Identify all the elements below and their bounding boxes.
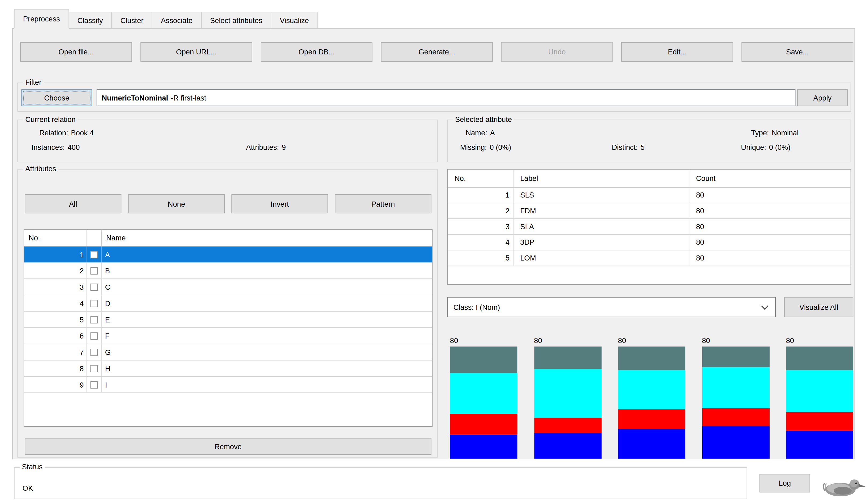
- undo-button[interactable]: Undo: [501, 42, 613, 62]
- stats-count: 80: [690, 219, 850, 234]
- bar-count-label: 80: [786, 336, 853, 347]
- bar-stack: [702, 347, 769, 459]
- attribute-checkbox[interactable]: [90, 348, 97, 356]
- tab-associate[interactable]: Associate: [152, 12, 202, 28]
- choose-filter-button[interactable]: Choose: [21, 89, 92, 106]
- attributes-table-body: 1A2B3C4D5E6F7G8H9I: [24, 247, 432, 393]
- stats-number: 4: [448, 235, 514, 250]
- attribute-row-f[interactable]: 6F: [24, 328, 432, 344]
- attribute-unique-value: 0 (0%): [769, 143, 790, 151]
- stats-number: 1: [448, 188, 514, 203]
- log-button[interactable]: Log: [760, 474, 810, 492]
- attribute-name: I: [102, 377, 432, 393]
- tab-bar: PreprocessClassifyClusterAssociateSelect…: [14, 9, 318, 28]
- all-button[interactable]: All: [25, 194, 121, 213]
- generate-button[interactable]: Generate...: [381, 42, 493, 62]
- attribute-checkbox-cell: [87, 344, 102, 360]
- attribute-row-g[interactable]: 7G: [24, 344, 432, 360]
- attribute-number: 1: [24, 247, 87, 262]
- save-button[interactable]: Save...: [742, 42, 853, 62]
- attribute-number: 4: [24, 295, 87, 311]
- attribute-number: 2: [24, 263, 87, 279]
- edit-button[interactable]: Edit...: [621, 42, 733, 62]
- attribute-row-i[interactable]: 9I: [24, 377, 432, 393]
- attribute-name-value: A: [490, 129, 495, 137]
- status-group: Status OK: [14, 467, 747, 499]
- weka-bird-icon: [822, 473, 866, 499]
- open-url-button[interactable]: Open URL...: [141, 42, 252, 62]
- open-db-button[interactable]: Open DB...: [261, 42, 372, 62]
- visualize-all-button[interactable]: Visualize All: [784, 297, 854, 317]
- pattern-button[interactable]: Pattern: [335, 194, 432, 213]
- stats-row-lom[interactable]: 5LOM80: [448, 250, 850, 266]
- attributes-count-value: 9: [282, 143, 286, 151]
- tab-visualize[interactable]: Visualize: [271, 12, 318, 28]
- bar-count-label: 80: [702, 336, 769, 347]
- stats-number: 5: [448, 250, 514, 265]
- attribute-checkbox[interactable]: [90, 251, 97, 258]
- tab-preprocess[interactable]: Preprocess: [14, 9, 69, 29]
- attributes-group: Attributes AllNoneInvertPattern No. Name…: [18, 169, 438, 458]
- attribute-name: H: [102, 360, 432, 376]
- bar-segment-red: [786, 412, 853, 431]
- attribute-missing-field: Missing:0 (0%): [460, 143, 512, 151]
- attribute-type-value: Nominal: [772, 129, 798, 137]
- filter-expression-field[interactable]: NumericToNominal -R first-last: [96, 89, 795, 106]
- tab-select-attributes[interactable]: Select attributes: [201, 12, 271, 28]
- class-selector-value: Class: I (Nom): [453, 303, 500, 311]
- attribute-row-d[interactable]: 4D: [24, 295, 432, 312]
- selected-attribute-title: Selected attribute: [453, 115, 514, 123]
- relation-field: Relation:Book 4: [39, 129, 94, 137]
- stats-row-sla[interactable]: 3SLA80: [448, 219, 850, 235]
- attribute-name: G: [102, 344, 432, 360]
- stats-row-fdm[interactable]: 2FDM80: [448, 203, 850, 219]
- attribute-checkbox-cell: [87, 247, 102, 262]
- attribute-number: 7: [24, 344, 87, 360]
- attribute-distinct-label: Distinct:: [612, 143, 638, 151]
- attribute-checkbox[interactable]: [90, 316, 97, 323]
- none-button[interactable]: None: [128, 194, 225, 213]
- bar-segment-blue: [450, 435, 517, 459]
- bar-segment-cyan: [450, 373, 517, 414]
- attribute-row-h[interactable]: 8H: [24, 360, 432, 377]
- attribute-row-e[interactable]: 5E: [24, 312, 432, 328]
- attribute-distinct-value: 5: [641, 143, 645, 151]
- tab-classify[interactable]: Classify: [69, 12, 112, 28]
- attributes-table: No. Name 1A2B3C4D5E6F7G8H9I: [24, 229, 433, 427]
- attributes-table-header: No. Name: [24, 230, 432, 247]
- bar-stack: [534, 347, 601, 459]
- attribute-checkbox[interactable]: [90, 332, 97, 339]
- attribute-checkbox[interactable]: [90, 381, 97, 388]
- attribute-checkbox[interactable]: [90, 267, 97, 274]
- open-file-button[interactable]: Open file...: [20, 42, 132, 62]
- stats-header-label: Label: [514, 170, 690, 187]
- attribute-name-label: Name:: [466, 129, 487, 137]
- class-selector-dropdown[interactable]: Class: I (Nom): [447, 297, 776, 317]
- attribute-checkbox[interactable]: [90, 283, 97, 291]
- filter-name: NumericToNominal: [102, 94, 168, 102]
- attribute-checkbox[interactable]: [90, 300, 97, 307]
- stats-count: 80: [690, 235, 850, 250]
- attribute-checkbox-cell: [87, 328, 102, 344]
- attribute-row-b[interactable]: 2B: [24, 263, 432, 279]
- attribute-row-c[interactable]: 3C: [24, 279, 432, 295]
- attribute-checkbox-cell: [87, 263, 102, 279]
- attribute-number: 3: [24, 279, 87, 295]
- stats-row-3dp[interactable]: 43DP80: [448, 235, 850, 251]
- filter-group: Filter Choose NumericToNominal -R first-…: [18, 83, 851, 112]
- status-message: OK: [22, 484, 33, 492]
- tab-cluster[interactable]: Cluster: [111, 12, 152, 28]
- bar-segment-red: [618, 409, 685, 429]
- bar-stack: [786, 347, 853, 459]
- histogram-bar-sla: 80: [618, 336, 685, 459]
- attribute-row-a[interactable]: 1A: [24, 247, 432, 263]
- attribute-stats-table: No. Label Count 1SLS802FDM803SLA8043DP80…: [447, 169, 851, 285]
- invert-button[interactable]: Invert: [231, 194, 328, 213]
- attribute-checkbox[interactable]: [90, 365, 97, 372]
- attribute-checkbox-cell: [87, 377, 102, 393]
- bar-count-label: 80: [618, 336, 685, 347]
- apply-filter-button[interactable]: Apply: [797, 89, 848, 106]
- attributes-header-checkbox: [87, 230, 102, 246]
- remove-button[interactable]: Remove: [25, 438, 432, 455]
- stats-row-sls[interactable]: 1SLS80: [448, 188, 850, 203]
